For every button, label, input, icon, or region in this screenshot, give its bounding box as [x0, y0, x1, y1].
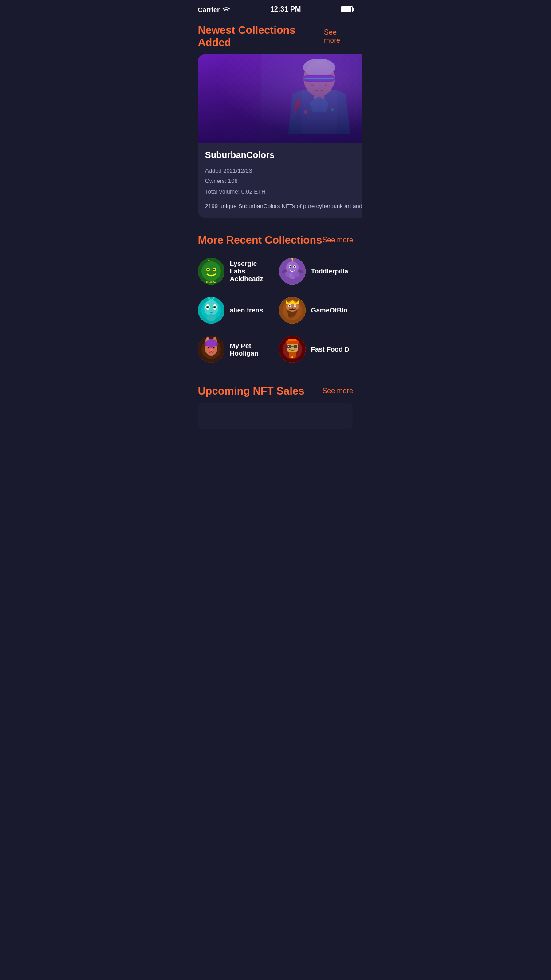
upcoming-placeholder [198, 403, 353, 429]
svg-point-82 [295, 305, 296, 306]
suburban-image [198, 54, 362, 143]
hooligan-avatar [198, 336, 224, 363]
svg-point-107 [291, 356, 293, 358]
svg-point-81 [289, 305, 291, 306]
svg-point-17 [311, 84, 314, 86]
svg-point-8 [303, 61, 335, 96]
suburban-desc: 2199 unique SuburbanColors NFTs of pure … [205, 202, 362, 211]
svg-point-73 [208, 297, 210, 299]
recent-collections-header: More Recent Collections See more [189, 227, 362, 252]
svg-point-93 [208, 347, 209, 348]
carrier-label: Carrier [198, 6, 220, 13]
alien-avatar [198, 297, 224, 324]
status-bar: Carrier 12:31 PM [189, 0, 362, 17]
collection-card-suburban[interactable]: SuburbanColors Added 2021/12/23 Owners: … [198, 54, 362, 218]
svg-rect-100 [288, 339, 297, 341]
upcoming-nft-header: Upcoming NFT Sales See more [189, 378, 362, 403]
svg-marker-14 [309, 96, 329, 112]
svg-point-74 [213, 297, 214, 299]
alien-name: alien frens [230, 306, 263, 314]
newest-collections-title: Newest Collections Added [198, 24, 324, 49]
acidheadz-avatar: ACID HEADZ [198, 258, 224, 285]
newest-collections-header: Newest Collections Added See more [189, 17, 362, 54]
recent-collections-see-more[interactable]: See more [323, 236, 353, 244]
recent-item-acidheadz[interactable]: ACID HEADZ Lysergic Labs Acidheadz [194, 252, 276, 291]
battery-icon [341, 6, 353, 12]
svg-marker-6 [288, 90, 301, 134]
svg-rect-2 [261, 54, 362, 143]
upcoming-nft-section: Upcoming NFT Sales See more [189, 378, 362, 438]
suburban-meta: Added 2021/12/23 Owners: 108 Total Volum… [205, 166, 362, 197]
recent-item-hooligan[interactable]: My Pet Hooligan [194, 330, 276, 369]
recent-collections-section: More Recent Collections See more ACID HE… [189, 227, 362, 378]
toddler-name: Toddlerpilla [311, 267, 348, 275]
wifi-icon [222, 6, 230, 13]
svg-point-0 [226, 12, 227, 12]
acidheadz-name: Lysergic Labs Acidheadz [230, 260, 272, 282]
recent-collections-title: More Recent Collections [198, 234, 322, 246]
recent-item-toddler[interactable]: Toddlerpilla [276, 252, 357, 291]
svg-point-69 [207, 306, 209, 308]
svg-point-94 [213, 347, 215, 348]
svg-point-53 [290, 266, 291, 267]
fastfood-name: Fast Food D [311, 345, 350, 353]
status-bar-right [341, 6, 353, 12]
svg-point-95 [210, 349, 213, 351]
gameofblo-name: GameOfBlo [311, 306, 348, 314]
svg-rect-105 [295, 346, 295, 347]
svg-point-70 [214, 306, 216, 308]
recent-item-gameofblo[interactable]: GameOfBlo [276, 291, 357, 330]
svg-rect-5 [301, 90, 337, 134]
svg-rect-13 [314, 95, 324, 103]
svg-marker-7 [337, 90, 350, 134]
upcoming-nft-title: Upcoming NFT Sales [198, 385, 304, 397]
svg-rect-103 [291, 346, 294, 347]
svg-point-75 [207, 314, 216, 321]
svg-point-90 [206, 339, 216, 348]
svg-point-46 [213, 269, 215, 270]
newest-collections-see-more[interactable]: See more [324, 28, 353, 44]
svg-point-45 [207, 269, 209, 270]
svg-rect-104 [288, 346, 289, 347]
svg-point-16 [331, 108, 334, 111]
upcoming-nft-see-more[interactable]: See more [323, 387, 353, 395]
svg-point-61 [291, 258, 293, 260]
fastfood-avatar [279, 336, 306, 363]
svg-text:HEADZ: HEADZ [206, 281, 216, 283]
collections-scroll: SuburbanColors Added 2021/12/23 Owners: … [189, 54, 362, 227]
svg-point-15 [304, 110, 307, 114]
toddler-avatar [279, 258, 306, 285]
svg-point-9 [303, 59, 335, 76]
recent-item-alien[interactable]: alien frens [194, 291, 276, 330]
svg-point-42 [201, 261, 221, 281]
suburban-artwork [198, 54, 362, 143]
status-bar-left: Carrier [198, 6, 230, 13]
svg-point-18 [324, 84, 327, 86]
recent-item-fastfood[interactable]: Fast Food D [276, 330, 357, 369]
hooligan-name: My Pet Hooligan [230, 342, 272, 357]
status-bar-time: 12:31 PM [270, 5, 301, 13]
svg-rect-10 [303, 75, 335, 82]
gameofblo-avatar [279, 297, 306, 324]
svg-text:ACID: ACID [208, 259, 215, 262]
suburban-name: SuburbanColors [205, 150, 362, 160]
suburban-info: SuburbanColors Added 2021/12/23 Owners: … [198, 143, 362, 218]
svg-point-54 [294, 266, 295, 267]
recent-collections-grid: ACID HEADZ Lysergic Labs Acidheadz [189, 252, 362, 369]
svg-rect-1 [261, 54, 362, 143]
svg-rect-11 [304, 76, 334, 81]
